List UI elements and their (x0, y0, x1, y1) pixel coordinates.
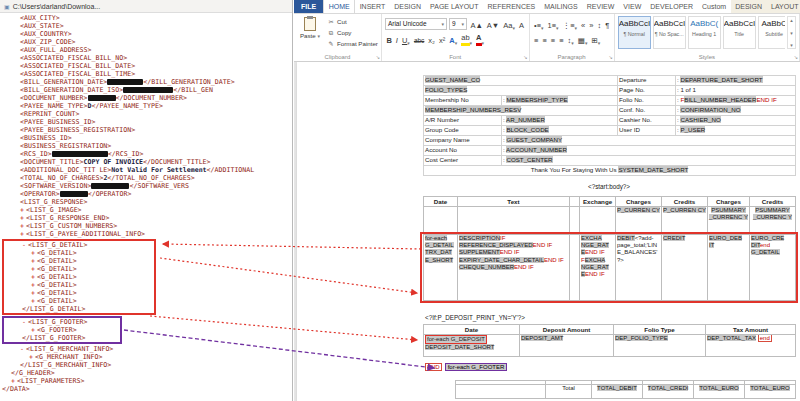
italic-button[interactable]: I (394, 34, 399, 46)
template-field[interactable]: DEPOSIT_DATE_SHORT (425, 344, 494, 350)
align-left-button[interactable]: ≡ (533, 34, 540, 46)
gallery-more-icon[interactable]: ▾ (788, 42, 795, 48)
template-field[interactable]: ACCOUNT_NUMBER (506, 146, 567, 153)
ribbon-tab-review[interactable]: REVIEW (582, 0, 619, 13)
xml-content: <AUX_CITY><AUX_STATE><AUX_COUNTRY><AUX_Z… (0, 13, 292, 393)
scroll-up-icon[interactable]: ▴ (788, 17, 795, 23)
table-cell: Thank You For Staying With Us SYSTEM_DAT… (424, 166, 796, 176)
template-field[interactable]: CONFIRMATION_NO (680, 106, 740, 113)
template-field[interactable]: MEMBERSHIP_NUMBERS_RESV (425, 106, 521, 113)
decrease-indent-button[interactable]: « (580, 19, 587, 31)
justify-icon: ≡ (559, 36, 563, 46)
strikethrough-button[interactable]: abc (412, 34, 425, 46)
template-field[interactable]: TOTAL_EURO (699, 385, 738, 391)
document-page[interactable]: GUEST_NAME_CODeparture: DEPARTURE_DATE_S… (297, 62, 800, 401)
ribbon-tab-insert[interactable]: INSERT (355, 0, 390, 13)
align-center-button[interactable]: ≡ (541, 34, 548, 46)
bold-button[interactable]: B (385, 34, 393, 46)
shrink-font-button[interactable]: A▼ (485, 19, 500, 31)
ribbon-tab-page-layout[interactable]: PAGE LAYOUT (426, 0, 483, 13)
grow-font-button[interactable]: A▲ (469, 19, 484, 31)
style-card-heading-1[interactable]: AaBbC(Heading 1 (688, 16, 721, 49)
font-color-button[interactable]: A▾ (475, 34, 486, 46)
styles-dialog-launcher-icon[interactable]: ↘ (794, 54, 798, 60)
table-cell: PSUMMARY _CURRENC Y (750, 207, 796, 235)
template-field[interactable]: P_USER (680, 126, 705, 133)
numbering-button[interactable]: 1≡▾ (546, 19, 560, 31)
clear-formatting-button[interactable]: A (518, 19, 526, 31)
ribbon-tab-file[interactable]: FILE (294, 0, 323, 13)
superscript-button[interactable]: x² (438, 34, 447, 46)
paste-button[interactable]: Paste ▾ (297, 16, 323, 49)
template-field[interactable]: for-each G_FOOTER (445, 363, 508, 371)
ribbon-tab-design[interactable]: DESIGN (390, 0, 426, 13)
table-cell: TOTAL_CREDI (643, 385, 694, 399)
style-card-title[interactable]: AaBbCcITitle (723, 16, 756, 49)
shading-button[interactable]: ▦▾ (576, 34, 589, 46)
increase-indent-button[interactable]: » (588, 19, 595, 31)
template-field[interactable]: PSUMMARY _CURRENC Y (753, 207, 792, 220)
ribbon-tab-home[interactable]: HOME (323, 0, 355, 13)
ribbon-tab-mailings[interactable]: MAILINGS (540, 0, 582, 13)
template-field[interactable]: PSUMMARY _CURRENC Y (709, 207, 748, 220)
template-field[interactable]: TOTAL_CREDI (648, 385, 689, 391)
guest-info-table: GUEST_NAME_CODeparture: DEPARTURE_DATE_S… (423, 75, 796, 176)
template-field[interactable]: MEMBERSHIP_TYPE (506, 96, 567, 103)
scroll-down-icon[interactable]: ▾ (788, 30, 795, 36)
template-field[interactable]: GUEST_COMPANY (506, 136, 562, 143)
template-field[interactable]: BLOCK_CODE (506, 126, 548, 133)
template-field[interactable]: P_CURREN CY (663, 207, 706, 213)
ribbon-tab-developer[interactable]: DEVELOPER (646, 0, 698, 13)
font-dialog-launcher-icon[interactable]: ↘ (523, 54, 527, 60)
template-field[interactable]: TOTAL_DEBIT (597, 385, 637, 391)
template-field[interactable]: P_CURREN CY (617, 207, 660, 213)
show-marks-button[interactable]: ¶ (604, 19, 611, 31)
template-field[interactable]: AR_NUMBER (506, 116, 545, 123)
text-effects-button[interactable]: A▾ (448, 34, 459, 46)
template-field[interactable]: BILL_NUMBER_HEADER (684, 96, 756, 103)
line-spacing-button[interactable]: ↕▾ (566, 34, 575, 46)
template-field[interactable]: CASHIER_NO (680, 116, 720, 123)
copy-button[interactable]: ⧉Copy (327, 27, 378, 38)
ribbon-tab-view[interactable]: VIEW (619, 0, 646, 13)
text-run: User ID (619, 126, 640, 133)
style-name: Heading 1 (689, 31, 720, 37)
align-left-icon: ≡ (534, 36, 538, 46)
template-field[interactable]: GUEST_NAME_CO (425, 76, 480, 83)
font-name-select[interactable]: Arial Unicode▾ (385, 18, 447, 30)
ribbon-tab-references[interactable]: REFERENCES (483, 0, 540, 13)
format-painter-button[interactable]: ✎Format Painter (327, 38, 378, 49)
template-field[interactable]: DEP_TOTAL_TAX (707, 335, 756, 341)
template-field[interactable]: DEPOSIT_AMT (521, 335, 563, 341)
font-size-select[interactable]: 9▾ (449, 18, 467, 30)
underline-button[interactable]: U▾ (400, 34, 411, 46)
xml-tag: <LIST_G_FOOTER> (28, 318, 88, 326)
style-card-subtitle[interactable]: AaBbCSubtitle (758, 16, 785, 49)
styles-scrollbar[interactable]: ▴ ▾ ▾ (787, 16, 796, 49)
ribbon-tab-layout[interactable]: LAYOUT (767, 0, 800, 13)
paragraph-dialog-launcher-icon[interactable]: ↘ (608, 54, 612, 60)
style-card-normal[interactable]: AaBbCcI¶ Normal (618, 16, 651, 49)
highlight-button[interactable]: ab▾ (460, 34, 474, 46)
template-field[interactable]: DEP_FOLIO_TYPE (615, 335, 668, 341)
ribbon-tab-design[interactable]: DESIGN (731, 0, 767, 13)
template-field[interactable]: COST_CENTER (506, 156, 552, 163)
template-field[interactable]: SYSTEM_DATE_SHORT (618, 166, 688, 173)
template-field[interactable]: TOTAL_EURO (750, 385, 789, 391)
xml-line: <TOTAL_NO_OF_CHARGES>2</TOTAL_NO_OF_CHAR… (2, 174, 292, 182)
ribbon-tab-custom[interactable]: Custom (698, 0, 731, 13)
sort-button[interactable]: ↕ (596, 19, 603, 31)
bullets-button[interactable]: •≡▾ (533, 19, 546, 31)
subscript-button[interactable]: x₂ (427, 34, 437, 46)
cut-button[interactable]: ✂Cut (327, 16, 378, 27)
align-right-button[interactable]: ≡ (549, 34, 556, 46)
template-field[interactable]: DEPARTURE_DATE_SHORT (680, 76, 762, 83)
multilevel-list-button[interactable]: ⋮≡▾ (561, 19, 578, 31)
template-field[interactable]: FOLIO_TYPES (425, 86, 467, 93)
justify-button[interactable]: ≡ (558, 34, 565, 46)
style-card-no-spac[interactable]: AaBbCcI¶ No Spac... (653, 16, 686, 49)
clipboard-dialog-launcher-icon[interactable]: ↘ (376, 54, 380, 60)
borders-button[interactable]: ⊞▾ (590, 34, 602, 46)
template-field[interactable]: for-each G_DEPOSIT (425, 335, 487, 344)
change-case-button[interactable]: Aa▾ (502, 19, 517, 31)
